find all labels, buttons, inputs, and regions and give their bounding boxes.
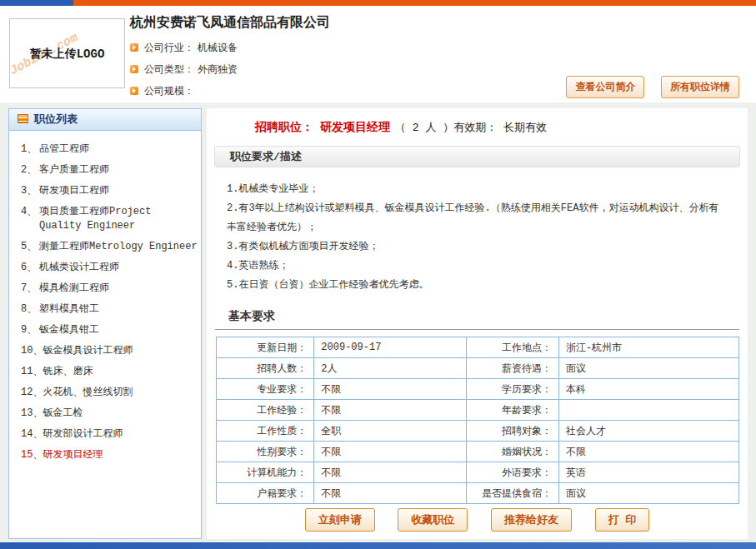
table-row: 工作性质： 全职 招聘对象： 社会人才 [216, 421, 738, 442]
field-label: 公司行业： [144, 42, 194, 54]
recommend-to-friend-button[interactable]: 推荐给好友 [491, 508, 572, 532]
item-number: 14、 [16, 427, 43, 442]
item-label: 研发部设计工程师 [43, 427, 198, 442]
table-row: 户籍要求： 不限 是否提供食宿： 面议 [216, 483, 738, 504]
view-company-profile-button[interactable]: 查看公司简介 [566, 76, 644, 98]
description-line: 4.英语熟练； [227, 257, 728, 276]
job-title-label: 招聘职位： [255, 121, 313, 134]
item-label: 模具检测工程师 [39, 282, 198, 296]
table-label: 工作性质： [216, 421, 314, 442]
item-label: 火花机、慢丝线切割 [43, 386, 198, 400]
table-label: 婚姻状况： [467, 442, 559, 462]
section-basic-header: 基本要求 [215, 309, 739, 330]
table-value: 本科 [558, 379, 738, 400]
company-industry-row: 公司行业：机械设备 [130, 37, 238, 59]
item-label: 客户质量工程师 [39, 163, 198, 177]
bullet-icon [130, 43, 138, 52]
section-requirements-title: 职位要求/描述 [230, 151, 302, 163]
logo-placeholder-text: 暂未上传LOGO [10, 47, 124, 62]
bullet-icon [130, 65, 138, 73]
table-value: 面议 [558, 483, 738, 504]
table-value [558, 400, 738, 421]
sidebar-item-job-1[interactable]: 1、品管工程师 [16, 139, 198, 160]
sidebar-item-job-6[interactable]: 6、机械类设计工程师 [16, 257, 198, 278]
job-title-line: 招聘职位：研发项目经理（ 2 人 ）有效期： 长期有效 [255, 120, 748, 135]
description-line: 1.机械类专业毕业； [227, 180, 728, 199]
favorite-job-button[interactable]: 收藏职位 [398, 508, 468, 532]
job-description: 1.机械类专业毕业； 2.有3年以上结构设计或塑料模具、钣金模具设计工作经验.（… [227, 180, 728, 295]
print-button[interactable]: 打 印 [595, 508, 650, 532]
job-list-title: 职位列表 [34, 113, 78, 126]
top-bar-orange-segment [73, 0, 756, 6]
table-label: 工作地点： [467, 337, 559, 358]
sidebar-item-job-8[interactable]: 8、塑料模具钳工 [16, 299, 198, 320]
table-label: 计算机能力： [216, 462, 314, 483]
table-value: 社会人才 [558, 421, 738, 442]
sidebar-item-job-3[interactable]: 3、研发项目工程师 [16, 181, 198, 202]
item-label: 研发项目经理 [43, 448, 198, 462]
validity-value: 长期有效 [503, 122, 547, 134]
table-label: 薪资待遇： [467, 358, 559, 379]
table-row: 更新日期： 2009-09-17 工作地点： 浙江-杭州市 [216, 337, 738, 358]
table-value: 面议 [558, 358, 738, 379]
company-size-row: 公司规模： [130, 81, 238, 102]
table-label: 年龄要求： [467, 400, 559, 421]
job-list: 1、品管工程师 2、客户质量工程师 3、研发项目工程师 4、项目质量工程师Pro… [9, 131, 201, 474]
field-label: 公司类型： [144, 64, 194, 76]
table-value: 浙江-杭州市 [558, 337, 738, 358]
company-header: Job291.com 暂未上传LOGO 杭州安费诺飞凤通信部品有限公司 公司行业… [0, 6, 756, 102]
sidebar-item-job-14[interactable]: 14、研发部设计工程师 [16, 424, 198, 445]
header-buttons: 查看公司简介 所有职位详情 [558, 76, 739, 98]
company-logo-placeholder: Job291.com 暂未上传LOGO [9, 18, 125, 88]
all-positions-button[interactable]: 所有职位详情 [661, 76, 739, 98]
table-value: 不限 [314, 379, 467, 400]
table-value: 不限 [314, 442, 467, 462]
top-color-bar [0, 0, 756, 6]
job-list-panel: 职位列表 1、品管工程师 2、客户质量工程师 3、研发项目工程师 4、项目质量工… [8, 108, 202, 539]
job-list-header: 职位列表 [9, 109, 201, 131]
item-number: 3、 [16, 184, 39, 198]
sidebar-item-job-5[interactable]: 5、测量工程师Metrology Engineer [16, 237, 198, 257]
table-value: 不限 [314, 483, 467, 504]
table-value: 英语 [558, 462, 738, 483]
item-number: 10、 [16, 344, 43, 358]
table-value: 不限 [314, 462, 467, 483]
item-label: 钣金模具设计工程师 [43, 344, 198, 358]
table-label: 是否提供食宿： [467, 483, 559, 504]
sidebar-item-job-10[interactable]: 10、钣金模具设计工程师 [16, 341, 198, 362]
sidebar-item-job-7[interactable]: 7、模具检测工程师 [16, 278, 198, 299]
item-number: 5、 [16, 240, 39, 254]
company-fields: 公司行业：机械设备 公司类型：外商独资 公司规模： [130, 37, 238, 102]
company-type-row: 公司类型：外商独资 [130, 59, 238, 81]
sidebar-item-job-15-active[interactable]: 15、研发项目经理 [16, 445, 198, 466]
item-number: 13、 [16, 407, 43, 421]
sidebar-item-job-11[interactable]: 11、铣床、磨床 [16, 362, 198, 382]
sidebar-item-job-12[interactable]: 12、火花机、慢丝线切割 [16, 382, 198, 403]
item-number: 6、 [16, 261, 39, 275]
item-number: 1、 [16, 142, 39, 157]
sidebar-item-job-2[interactable]: 2、客户质量工程师 [16, 160, 198, 181]
table-label: 招聘人数： [216, 358, 314, 379]
item-label: 项目质量工程师Project Quality Engineer [39, 205, 198, 233]
sidebar-item-job-9[interactable]: 9、钣金模具钳工 [16, 320, 198, 341]
table-value: 不限 [558, 442, 738, 462]
table-label: 招聘对象： [467, 421, 559, 442]
table-row: 性别要求： 不限 婚姻状况： 不限 [216, 442, 738, 462]
item-number: 4、 [16, 205, 39, 233]
field-label: 公司规模： [144, 86, 194, 97]
validity-label: 有效期： [453, 122, 497, 134]
item-label: 塑料模具钳工 [39, 302, 198, 317]
sidebar-item-job-4[interactable]: 4、项目质量工程师Project Quality Engineer [16, 202, 198, 237]
item-number: 7、 [16, 282, 39, 296]
item-number: 15、 [16, 448, 43, 462]
page: Job291.com 暂未上传LOGO 杭州安费诺飞凤通信部品有限公司 公司行业… [0, 0, 756, 549]
table-value: 2人 [314, 358, 467, 379]
item-label: 铣床、磨床 [43, 365, 198, 379]
apply-now-button[interactable]: 立刻申请 [305, 508, 375, 532]
action-buttons: 立刻申请 收藏职位 推荐给好友 打 印 [207, 508, 748, 532]
item-label: 研发项目工程师 [39, 184, 198, 198]
list-icon [18, 114, 28, 123]
table-label: 性别要求： [216, 442, 314, 462]
table-row: 工作经验： 不限 年龄要求： [216, 400, 738, 421]
sidebar-item-job-13[interactable]: 13、钣金工检 [16, 403, 198, 424]
